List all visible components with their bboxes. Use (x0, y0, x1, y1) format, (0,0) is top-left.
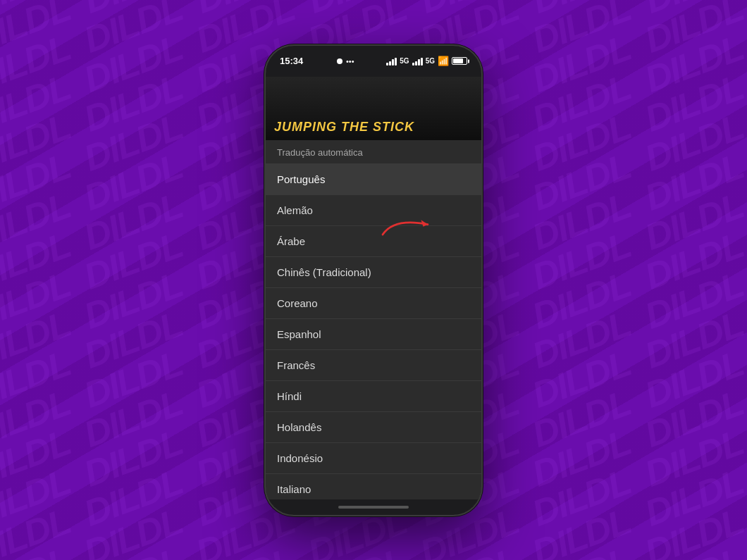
battery-icon (452, 57, 467, 65)
home-indicator (266, 499, 481, 515)
status-right-icons: 5G 5G 📶 (386, 56, 467, 66)
phone-mockup: 15:34 ••• 5G 5G (264, 44, 483, 516)
status-time: 15:34 (280, 56, 303, 66)
language-item-7[interactable]: Híndi (266, 381, 481, 412)
volume-down-button (264, 175, 266, 198)
signal-bars2-icon (412, 57, 423, 66)
language-item-2[interactable]: Árabe (266, 226, 481, 257)
language-item-9[interactable]: Indonésio (266, 443, 481, 474)
language-item-0[interactable]: Português (266, 164, 481, 195)
dropdown-header: Tradução automática (266, 140, 481, 164)
phone-frame: 15:34 ••• 5G 5G (264, 44, 483, 516)
bar6 (415, 61, 417, 66)
language-item-1[interactable]: Alemão (266, 195, 481, 226)
status-dot (337, 58, 342, 64)
language-item-8[interactable]: Holandês (266, 412, 481, 443)
volume-up-button (264, 144, 266, 167)
left-side-buttons (264, 144, 266, 198)
signal-label: 5G (400, 57, 409, 65)
language-item-4[interactable]: Coreano (266, 288, 481, 319)
language-item-5[interactable]: Espanhol (266, 319, 481, 350)
bar8 (421, 58, 423, 66)
battery-fill (453, 58, 463, 63)
video-title: JUMPING THE STICK (274, 120, 414, 135)
bar5 (412, 63, 414, 66)
language-item-10[interactable]: Italiano (266, 474, 481, 499)
wifi-icon: 📶 (438, 56, 449, 66)
bar1 (386, 63, 388, 66)
bar4 (395, 58, 397, 66)
bar2 (389, 61, 391, 66)
bar3 (392, 59, 394, 66)
signal-bars-icon (386, 57, 397, 66)
signal-label2: 5G (426, 57, 435, 65)
language-item-6[interactable]: Francês (266, 350, 481, 381)
status-bar: 15:34 ••• 5G 5G (266, 46, 481, 77)
language-item-3[interactable]: Chinês (Tradicional) (266, 257, 481, 288)
status-dots-label: ••• (346, 57, 354, 66)
video-header: JUMPING THE STICK (266, 77, 481, 140)
home-bar (338, 506, 409, 509)
bar7 (418, 59, 420, 66)
language-dropdown[interactable]: Tradução automática PortuguêsAlemãoÁrabe… (266, 140, 481, 499)
